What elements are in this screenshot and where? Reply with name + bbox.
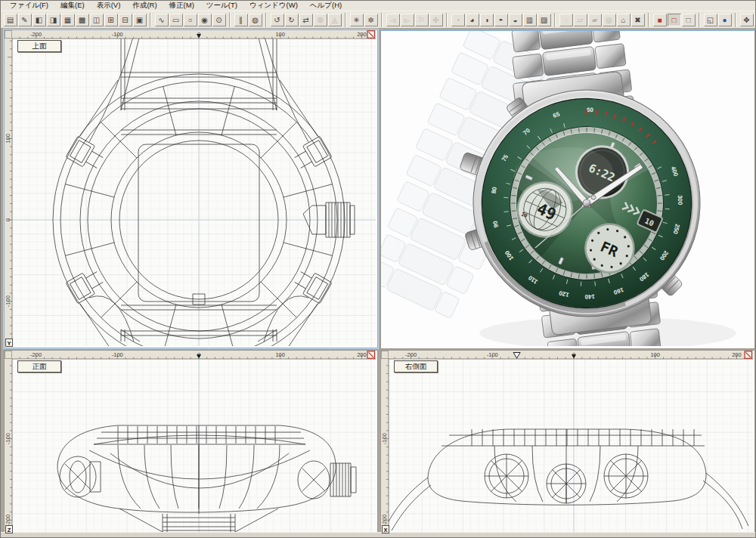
attach-icon[interactable]: ⊜ — [314, 14, 327, 26]
svg-text:300: 300 — [677, 195, 683, 206]
snap-grid-icon[interactable]: ✳ — [350, 14, 364, 26]
figure-window-icon[interactable]: ◧ — [33, 14, 46, 26]
circle-tool-icon[interactable]: ○ — [184, 14, 197, 26]
flag-icon[interactable]: ⚐ — [415, 14, 429, 26]
svg-text:0: 0 — [5, 218, 11, 221]
phone-tool-icon[interactable]: ◔ — [451, 14, 465, 26]
toolbar-separator — [150, 13, 151, 27]
shading-wire-icon[interactable]: □ — [668, 14, 681, 26]
swap-link-icon[interactable]: ⇄ — [299, 14, 313, 26]
h-align-b-icon[interactable]: ◎ — [603, 14, 616, 26]
svg-text:-100: -100 — [487, 351, 498, 358]
form-window-icon[interactable]: ▣ — [133, 14, 147, 26]
hatch-tool-icon[interactable]: ∥ — [234, 14, 248, 26]
shading-solid-icon[interactable]: ■ — [653, 14, 667, 26]
edit-mode-icon[interactable]: ✎ — [18, 14, 32, 26]
viewport-front[interactable]: -200-1000100200 -100-200 正面 Z — [4, 350, 378, 535]
sphere-tool-icon[interactable]: ◉ — [198, 14, 212, 26]
toolbar-group-8: ■□□ — [652, 14, 696, 26]
rotate-cw-icon[interactable]: ↻ — [285, 14, 299, 26]
hierarchy-icon[interactable]: ▻ — [401, 14, 414, 26]
menu-item-4[interactable]: 修正(M) — [163, 1, 200, 11]
viewport-top[interactable]: -200-1000100200 1000-100 上面 Y — [4, 29, 378, 348]
delete-icon[interactable]: ✖ — [631, 14, 645, 26]
svg-text:140: 140 — [584, 293, 595, 300]
viewport-side-canvas[interactable]: -200-1000100200 -100-200 — [381, 351, 753, 533]
ruler-corner — [5, 31, 12, 39]
toolbar-separator — [381, 13, 383, 27]
globe-a-icon[interactable]: ◕ — [466, 14, 479, 26]
disc-tool-icon[interactable]: ⊙ — [212, 14, 226, 26]
globe-b-icon[interactable]: ◑ — [480, 14, 494, 26]
viewport-render-canvas[interactable]: 6065707580901001101201401601802002503004… — [381, 31, 753, 346]
rectangle-tool-icon[interactable]: ▭ — [169, 14, 183, 26]
dialog-window-icon[interactable]: ◫ — [90, 14, 104, 26]
curve-tool-icon[interactable]: ∿ — [155, 14, 169, 26]
h-align-a-icon[interactable]: ▰ — [588, 14, 602, 26]
paste-page-icon[interactable]: ▨ — [538, 14, 551, 26]
viewport-tab-front[interactable]: 正面 — [17, 360, 61, 373]
grid — [389, 357, 753, 533]
toolbar-group-3: ↺↻⇄⊜◬ — [270, 14, 342, 26]
toolbar-group-10: ✥↺↻♀ — [739, 14, 756, 26]
ruler-vertical[interactable]: -100-200 — [381, 359, 389, 533]
menu-item-2[interactable]: 表示(V) — [91, 1, 127, 11]
menu-item-3[interactable]: 作成(R) — [126, 1, 163, 11]
menu-item-7[interactable]: ヘルプ(H) — [304, 1, 348, 11]
snap-angle-icon[interactable]: ✲ — [364, 14, 378, 26]
viewport-front-canvas[interactable]: -200-1000100200 -100-200 — [5, 351, 376, 533]
ruler-end-button[interactable] — [367, 31, 375, 39]
svg-text:200: 200 — [357, 31, 367, 38]
viewport-side[interactable]: -200-1000100200 -100-200 右側面 X — [380, 350, 755, 535]
cascade-windows-icon[interactable]: ◱ — [704, 14, 717, 26]
copy-page-icon[interactable]: ▥ — [523, 14, 537, 26]
menu-item-0[interactable]: ファイル(F) — [4, 1, 54, 11]
info-window-icon[interactable]: ⊞ — [104, 14, 118, 26]
menu-item-6[interactable]: ウィンドウ(W) — [243, 1, 304, 11]
ruler-vertical[interactable]: 1000-100 — [5, 39, 12, 346]
svg-text:-200: -200 — [381, 515, 388, 526]
svg-text:-100: -100 — [5, 433, 11, 444]
ruler-horizontal[interactable]: -200-1000100200 — [5, 351, 376, 359]
ruler-horizontal[interactable]: -200-1000100200 — [5, 30, 376, 39]
browser-window-icon[interactable]: ◨ — [47, 14, 60, 26]
viewport-tab-side[interactable]: 右側面 — [394, 360, 438, 373]
unlink-icon[interactable]: ◅ — [386, 14, 400, 26]
ruler-end-button[interactable] — [745, 351, 752, 359]
ruler-horizontal[interactable]: -200-1000100200 — [381, 351, 753, 359]
deform-icon[interactable]: ◬ — [328, 14, 342, 26]
toolbar-separator — [446, 13, 448, 27]
ruler-toggle-icon[interactable]: ▦ — [61, 14, 75, 26]
cad-application-window: ファイル(F)編集(E)表示(V)作成(R)修正(M)ツール(T)ウィンドウ(W… — [0, 0, 756, 538]
home-icon[interactable]: ⌂ — [617, 14, 631, 26]
render-preview-icon[interactable]: ● — [718, 14, 732, 26]
viewport-top-canvas[interactable]: -200-1000100200 1000-100 — [5, 30, 376, 346]
bell-b-icon[interactable]: ◒ — [509, 14, 522, 26]
toolbar-separator — [229, 13, 231, 27]
bell-a-icon[interactable]: ◓ — [494, 14, 508, 26]
svg-text:-200: -200 — [30, 31, 42, 38]
ruler-end-button[interactable] — [367, 351, 375, 359]
svg-text:-100: -100 — [112, 351, 123, 358]
toolbar-group-9: ◱● — [703, 14, 732, 26]
rotate-ccw-icon[interactable]: ↺ — [271, 14, 284, 26]
toolbar-separator — [265, 13, 267, 27]
shading-hidden-icon[interactable]: □ — [682, 14, 696, 26]
texture-window-icon[interactable]: ▩ — [76, 14, 89, 26]
viewport-tab-top[interactable]: 上面 — [17, 40, 61, 52]
burst-icon[interactable]: ✣ — [429, 14, 443, 26]
leaf-icon[interactable]: ▱ — [574, 14, 587, 26]
cloud-icon[interactable]: ◌ — [559, 14, 573, 26]
menu-bar: ファイル(F)編集(E)表示(V)作成(R)修正(M)ツール(T)ウィンドウ(W… — [1, 1, 755, 11]
svg-text:100: 100 — [275, 31, 285, 38]
viewport-render[interactable]: 6065707580901001101201401601802002503004… — [380, 29, 755, 349]
project-window-icon[interactable]: ▤ — [4, 14, 17, 26]
toolbar-group-1: ∿▭○◉⊙ — [154, 14, 226, 26]
move-view-icon[interactable]: ✥ — [740, 14, 754, 26]
material-ball-icon[interactable]: ◍ — [249, 14, 262, 26]
toolbar-group-2: ∥◍ — [234, 14, 262, 26]
menu-item-1[interactable]: 編集(E) — [54, 1, 91, 11]
grid-settings-icon[interactable]: ⊟ — [119, 14, 132, 26]
menu-item-5[interactable]: ツール(T) — [200, 1, 243, 11]
ruler-vertical[interactable]: -100-200 — [5, 359, 12, 533]
